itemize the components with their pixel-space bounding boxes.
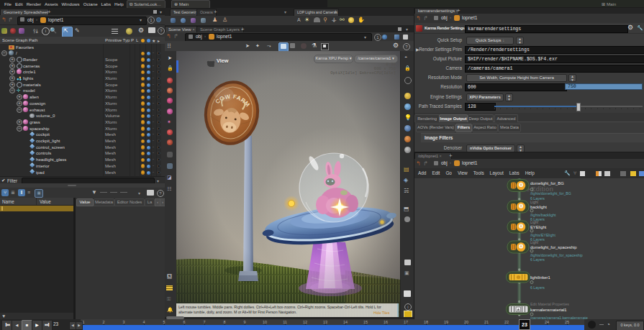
svg-text:/lights/domelight_for_BG: /lights/domelight_for_BG (530, 191, 571, 196)
svg-text:karmalensmaterial1: karmalensmaterial1 (530, 308, 567, 312)
svg-text:Light: Light (530, 220, 538, 224)
svg-text:Light: Light (530, 240, 538, 244)
svg-text:domelight_for_spaceship: domelight_for_spaceship (530, 245, 576, 249)
svg-text:/lights/EYElight: /lights/EYElight (530, 233, 555, 237)
svg-text:EYElight: EYElight (530, 225, 547, 229)
svg-text:/lights/domelight_for_spaceshi: /lights/domelight_for_spaceship (530, 253, 583, 257)
svg-text:/lights/backlight: /lights/backlight (530, 213, 556, 217)
svg-text:Edit Material Properties: Edit Material Properties (530, 302, 569, 306)
svg-text:Light: Light (530, 200, 538, 204)
svg-text:domelight_for_BG: domelight_for_BG (530, 181, 564, 185)
svg-text:6 Layers: 6 Layers (530, 257, 545, 262)
svg-text:backlight: backlight (530, 205, 547, 209)
svg-text:lightlinker1: lightlinker1 (530, 275, 550, 280)
svg-text:6 Layers: 6 Layers (530, 285, 545, 290)
